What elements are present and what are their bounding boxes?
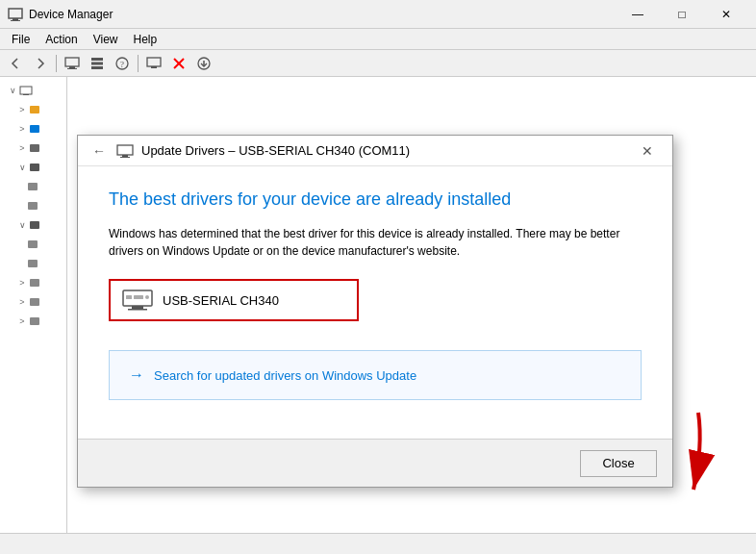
device-box: USB-SERIAL CH340 [109, 279, 359, 321]
svg-rect-30 [117, 145, 133, 155]
menu-file[interactable]: File [4, 31, 38, 48]
svg-point-38 [145, 295, 149, 299]
tree-item-6: > [0, 273, 66, 292]
maximize-button[interactable]: □ [660, 0, 704, 29]
svg-rect-37 [134, 295, 143, 299]
toolbar-monitor-btn[interactable] [142, 53, 165, 74]
svg-rect-21 [30, 164, 39, 171]
tree-item-1: > [0, 100, 66, 119]
tree-item-7: > [0, 292, 66, 312]
title-bar: Device Manager — □ ✕ [0, 0, 756, 29]
tree-item-8: > [0, 312, 66, 331]
tree-item-4: ∨ [0, 158, 66, 177]
toolbar-back-btn[interactable] [4, 53, 27, 74]
svg-rect-4 [69, 66, 75, 68]
toolbar-separator-1 [56, 55, 57, 72]
svg-rect-31 [122, 155, 128, 157]
window-controls: — □ ✕ [616, 0, 748, 29]
svg-rect-19 [30, 125, 39, 133]
dialog-title-bar: ← Update Drivers – USB-SERIAL CH340 (COM… [78, 136, 672, 166]
dialog-description: Windows has determined that the best dri… [109, 225, 642, 260]
menu-view[interactable]: View [86, 31, 126, 48]
svg-rect-24 [30, 221, 39, 229]
dialog-body: The best drivers for your device are alr… [78, 166, 672, 439]
svg-rect-23 [28, 202, 38, 210]
dialog-title-text: Update Drivers – USB-SERIAL CH340 (COM11… [141, 143, 410, 158]
svg-rect-27 [30, 279, 39, 287]
svg-rect-25 [28, 240, 38, 248]
svg-rect-35 [128, 309, 147, 311]
tree-item-3: > [0, 138, 66, 158]
svg-rect-18 [30, 106, 39, 113]
svg-rect-16 [20, 87, 32, 94]
tree-item-4-2 [0, 196, 66, 215]
status-bar [0, 533, 756, 554]
tree-item-4-1 [0, 177, 66, 196]
tree-item-2: > [0, 119, 66, 138]
svg-rect-36 [126, 295, 132, 299]
device-name-label: USB-SERIAL CH340 [163, 293, 279, 308]
toolbar-download-btn[interactable] [192, 53, 215, 74]
dialog-heading: The best drivers for your device are alr… [109, 189, 642, 210]
svg-rect-26 [28, 260, 38, 267]
windows-update-link[interactable]: → Search for updated drivers on Windows … [109, 350, 642, 400]
dialog-close-x-button[interactable]: ✕ [634, 140, 661, 162]
svg-rect-12 [151, 66, 157, 68]
menu-help[interactable]: Help [126, 31, 165, 48]
svg-rect-20 [30, 144, 39, 152]
main-area: ∨ > > > ∨ ∨ [0, 77, 756, 533]
svg-rect-29 [30, 317, 39, 325]
menu-bar: File Action View Help [0, 29, 756, 50]
svg-rect-17 [23, 94, 29, 95]
update-drivers-dialog: ← Update Drivers – USB-SERIAL CH340 (COM… [77, 135, 673, 488]
tree-item-5: ∨ [0, 215, 66, 235]
dialog-back-button[interactable]: ← [89, 141, 109, 161]
window-title: Device Manager [29, 8, 616, 21]
svg-rect-0 [9, 9, 22, 18]
device-icon [122, 289, 153, 312]
svg-rect-34 [132, 306, 143, 309]
svg-rect-3 [65, 58, 79, 66]
app-icon [8, 7, 23, 22]
svg-rect-32 [120, 157, 130, 158]
svg-text:?: ? [120, 60, 124, 69]
arrow-right-icon: → [129, 366, 144, 384]
svg-rect-28 [30, 298, 39, 306]
dialog-title-left: ← Update Drivers – USB-SERIAL CH340 (COM… [89, 141, 410, 161]
tree-panel: ∨ > > > ∨ ∨ [0, 77, 67, 533]
toolbar-computer-btn[interactable] [61, 53, 84, 74]
svg-rect-8 [91, 66, 103, 69]
toolbar-help-btn[interactable]: ? [111, 53, 134, 74]
toolbar-list-btn[interactable] [86, 53, 109, 74]
toolbar-separator-2 [138, 55, 139, 72]
toolbar-forward-btn[interactable] [29, 53, 52, 74]
close-window-button[interactable]: ✕ [704, 0, 748, 29]
update-link-text: Search for updated drivers on Windows Up… [154, 368, 416, 383]
svg-rect-11 [147, 58, 161, 66]
svg-rect-7 [91, 62, 103, 64]
tree-item-5-2 [0, 254, 66, 273]
toolbar: ? [0, 50, 756, 77]
menu-action[interactable]: Action [38, 31, 85, 48]
svg-rect-6 [91, 58, 103, 61]
svg-rect-5 [67, 68, 77, 69]
dialog-footer: Close [78, 439, 672, 487]
minimize-button[interactable]: — [616, 0, 660, 29]
svg-rect-1 [13, 18, 18, 20]
svg-rect-22 [28, 183, 38, 190]
tree-root: ∨ [0, 81, 66, 100]
toolbar-delete-btn[interactable] [167, 53, 190, 74]
tree-item-5-1 [0, 235, 66, 254]
close-button[interactable]: Close [580, 450, 657, 477]
svg-rect-2 [11, 20, 20, 21]
dialog-device-icon [116, 144, 134, 158]
